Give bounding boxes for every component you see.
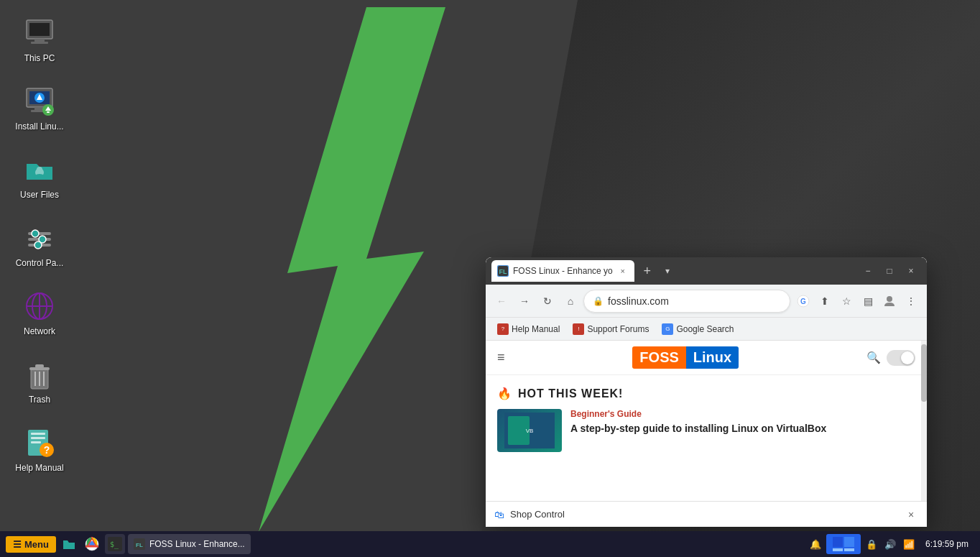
close-button[interactable]: ×	[901, 261, 921, 281]
desktop-icons-container: This PC Install Linu...	[7, 7, 72, 482]
bookmark-support-forums-favicon: !	[573, 323, 584, 335]
hot-article[interactable]: VB Beginner's Guide A step-by-step guide…	[497, 409, 915, 452]
control-panel-label: Control Pa...	[16, 258, 64, 268]
desktop-icon-help-manual[interactable]: ? Help Manual	[7, 417, 72, 482]
reload-button[interactable]: ↻	[537, 291, 558, 311]
trash-label: Trash	[29, 395, 50, 405]
svg-rect-54	[833, 548, 843, 551]
this-pc-icon	[22, 16, 57, 50]
svg-point-19	[32, 230, 39, 237]
share-button[interactable]: ⬆	[815, 291, 835, 311]
hot-title-text: HOT THIS WEEK!	[518, 387, 623, 400]
site-logo: FOSS Linux	[632, 346, 739, 369]
desktop-icon-install-linux[interactable]: Install Linu...	[7, 75, 72, 140]
desktop-icon-trash[interactable]: Trash	[7, 349, 72, 413]
browser-tab-active[interactable]: FL FOSS Linux - Enhance yo ×	[491, 260, 634, 282]
desktop-icon-control-panel[interactable]: Control Pa...	[7, 212, 72, 277]
scrollbar-thumb	[921, 344, 927, 402]
svg-rect-28	[35, 364, 44, 368]
menu-label: Menu	[24, 539, 49, 550]
svg-rect-4	[31, 42, 48, 44]
svg-rect-33	[31, 433, 45, 435]
user-files-icon	[22, 152, 57, 187]
taskbar-clock[interactable]: 6:19:59 pm	[920, 539, 974, 549]
taskbar-notification-area[interactable]	[826, 534, 861, 554]
taskbar-notification-icon[interactable]: 🔔	[808, 536, 823, 552]
more-button[interactable]: ⋮	[901, 291, 921, 311]
bookmarks-bar: ? Help Manual ! Support Forums G Google …	[486, 318, 927, 341]
taskbar-right: 🔔 🔒 🔊 📶 6:19:59 pm	[808, 534, 974, 554]
install-linux-icon	[22, 84, 57, 119]
shop-icon: 🛍	[494, 509, 504, 520]
tab-close-button[interactable]: ×	[617, 265, 629, 277]
green-lightning-bolt	[201, 0, 474, 539]
bookmark-help-manual-label: Help Manual	[512, 324, 560, 334]
search-button[interactable]: 🔍	[866, 351, 881, 364]
svg-text:G: G	[800, 298, 806, 305]
svg-rect-52	[833, 537, 843, 547]
svg-text:$_: $_	[110, 540, 119, 549]
svg-rect-2	[29, 23, 50, 36]
tab-dropdown-button[interactable]: ▾	[660, 264, 675, 278]
tab-title: FOSS Linux - Enhance yo	[513, 266, 613, 276]
desktop-icon-user-files[interactable]: User Files	[7, 144, 72, 208]
shop-control-bar: 🛍 Shop Control ×	[486, 501, 927, 527]
desktop-icon-this-pc[interactable]: This PC	[7, 7, 72, 72]
taskbar-files-icon[interactable]	[59, 534, 79, 554]
taskbar-chrome-icon[interactable]	[82, 534, 102, 554]
svg-point-21	[34, 241, 42, 249]
dark-mode-toggle[interactable]	[887, 350, 915, 366]
bookmark-star-button[interactable]: ☆	[836, 291, 856, 311]
svg-rect-35	[31, 441, 41, 443]
taskbar: ☰ Menu $_	[0, 531, 980, 557]
google-button[interactable]: G	[793, 291, 813, 311]
svg-text:?: ?	[44, 444, 50, 456]
browser-content: ≡ FOSS Linux 🔍 🔥 HOT THIS WEEK!	[486, 341, 927, 527]
address-bar[interactable]: 🔒 fosslinux.com	[583, 290, 790, 313]
toggle-knob	[901, 351, 914, 364]
browser-titlebar: FL FOSS Linux - Enhance yo × + ▾ − □ ×	[486, 257, 927, 285]
browser-scrollbar[interactable]	[921, 341, 927, 527]
shop-close-button[interactable]: ×	[904, 507, 918, 522]
svg-text:FL: FL	[499, 268, 507, 275]
account-button[interactable]	[879, 291, 900, 311]
svg-rect-55	[844, 548, 854, 551]
maximize-button[interactable]: □	[879, 261, 900, 281]
logo-linux: Linux	[686, 346, 739, 369]
home-button[interactable]: ⌂	[560, 291, 581, 311]
reader-view-button[interactable]: ▤	[858, 291, 878, 311]
tab-favicon: FL	[497, 265, 509, 277]
new-tab-button[interactable]: +	[637, 261, 657, 281]
taskbar-lock-icon[interactable]: 🔒	[864, 536, 879, 552]
svg-text:FL: FL	[136, 542, 143, 548]
svg-marker-0	[259, 7, 445, 532]
article-thumbnail: VB	[497, 409, 562, 452]
taskbar-browser-app-label: FOSS Linux - Enhance...	[149, 539, 245, 549]
taskbar-menu-button[interactable]: ☰ Menu	[6, 536, 56, 553]
taskbar-volume-icon[interactable]: 🔊	[882, 536, 898, 552]
shop-label: Shop Control	[510, 509, 898, 520]
svg-rect-13	[47, 111, 50, 113]
this-pc-label: This PC	[24, 53, 55, 63]
back-button[interactable]: ←	[491, 291, 512, 311]
window-controls: − □ ×	[858, 261, 921, 281]
logo-foss: FOSS	[632, 346, 685, 369]
bookmark-help-manual[interactable]: ? Help Manual	[491, 321, 565, 338]
taskbar-browser-app-icon: FL	[134, 538, 145, 550]
user-files-label: User Files	[20, 190, 59, 200]
taskbar-network-icon[interactable]: 📶	[901, 536, 917, 552]
forward-button[interactable]: →	[514, 291, 535, 311]
hamburger-menu-button[interactable]: ≡	[497, 350, 505, 365]
bookmark-support-forums[interactable]: ! Support Forums	[567, 321, 655, 338]
taskbar-browser-app[interactable]: FL FOSS Linux - Enhance...	[128, 534, 251, 554]
taskbar-terminal-icon[interactable]: $_	[105, 534, 125, 554]
svg-rect-34	[31, 437, 45, 439]
menu-icon: ☰	[13, 539, 22, 550]
svg-text:VB: VB	[526, 428, 534, 434]
minimize-button[interactable]: −	[858, 261, 878, 281]
bookmark-google-search[interactable]: G Google Search	[656, 321, 739, 338]
desktop-icon-network[interactable]: Network	[7, 280, 72, 345]
trash-icon	[22, 357, 57, 392]
bookmark-help-manual-favicon: ?	[497, 323, 509, 335]
hot-this-week-section: 🔥 HOT THIS WEEK! VB Beginner's Guide A s…	[486, 375, 927, 459]
